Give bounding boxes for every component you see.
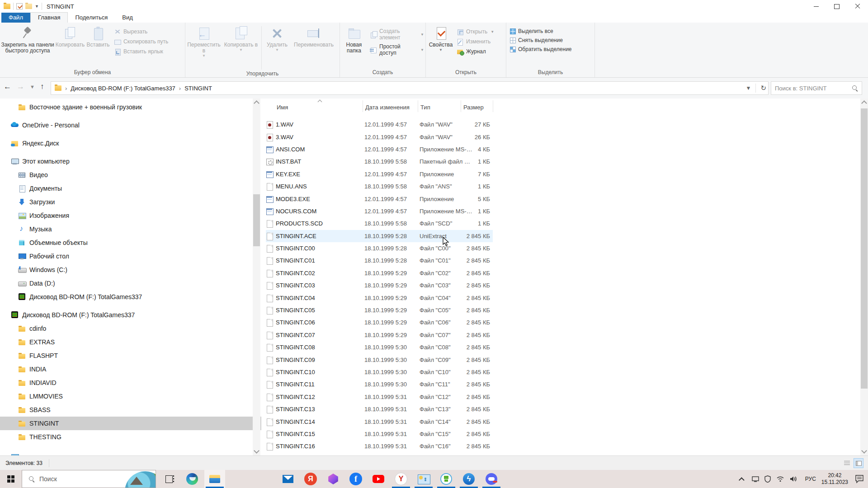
sidebar-item-indiavid[interactable]: INDIAVID (0, 376, 261, 389)
language-indicator[interactable]: РУС (805, 476, 816, 482)
sidebar-item-flashpt[interactable]: FLASHPT (0, 349, 261, 362)
file-row[interactable]: STINGINT.C1218.10.1999 5:31Файл "C12"2 8… (266, 391, 493, 403)
taskbar-search[interactable]: Поиск (22, 470, 156, 488)
invert-selection-button[interactable]: Обратить выделение (510, 46, 592, 52)
taskbar-app-facebook[interactable] (345, 470, 366, 488)
copy-path-button[interactable]: Скопировать путь (114, 38, 184, 45)
sidebar-item-документы[interactable]: Документы (0, 182, 261, 195)
sidebar-item-windows-c-[interactable]: Windows (C:) (0, 263, 261, 277)
paste-button[interactable]: Вставить (85, 24, 111, 48)
column-header-name[interactable]: Имя (276, 104, 364, 111)
new-folder-quick-icon[interactable] (25, 4, 32, 9)
sidebar-item-data-d-[interactable]: Data (D:) (0, 277, 261, 290)
file-row[interactable]: PRODUCTS.SCD18.10.1999 5:58Файл "SCD"1 К… (266, 217, 493, 230)
maximize-button[interactable] (826, 0, 847, 13)
file-row[interactable]: 1.WAV12.01.1999 4:57Файл "WAV"27 КБ (266, 118, 493, 131)
sidebar-item-onedrive-personal[interactable]: OneDrive - Personal (0, 118, 261, 132)
file-row[interactable]: 3.WAV12.01.1999 4:57Файл "WAV"26 КБ (266, 131, 493, 143)
taskbar-app-mail[interactable] (278, 470, 298, 488)
start-button[interactable] (0, 470, 22, 488)
sidebar-item-дисковод-bd-rom-f-totalgames337[interactable]: Дисковод BD-ROM (F:) TotalGames337 (0, 308, 261, 322)
file-row[interactable]: STINGINT.C0718.10.1999 5:29Файл "C07"2 8… (266, 329, 493, 341)
sidebar-item-яндекс-диск[interactable]: Яндекс.Диск (0, 136, 261, 150)
taskbar-app-contacts-card[interactable] (413, 470, 434, 488)
scrollbar-thumb[interactable] (861, 108, 868, 389)
scroll-down-icon[interactable] (861, 448, 867, 454)
recent-locations-caret[interactable]: ▼ (30, 84, 35, 89)
edit-button[interactable]: Изменить (457, 38, 505, 45)
taskbar-app-discord[interactable] (481, 470, 502, 488)
pin-to-quick-access-button[interactable]: Закрепить на панели быстрого доступа (0, 24, 55, 54)
column-header-date[interactable]: Дата изменения (364, 104, 420, 111)
file-row[interactable]: NOCURS.COM12.01.1999 4:57Приложение MS-…… (266, 205, 493, 217)
list-scrollbar[interactable] (860, 99, 868, 455)
taskbar-app-file-explorer[interactable] (204, 470, 225, 488)
file-row[interactable]: KEY.EXE12.01.1999 4:57Приложение7 КБ (266, 168, 493, 180)
forward-button[interactable]: → (17, 82, 24, 91)
file-row[interactable]: ANSI.COM12.01.1999 4:57Приложение MS-…4 … (266, 143, 493, 155)
scroll-down-icon[interactable] (254, 448, 259, 454)
new-item-button[interactable]: Создать элемент▼ (370, 28, 424, 41)
open-button[interactable]: Открыть▼ (457, 28, 505, 35)
large-icons-view-button[interactable] (854, 458, 863, 468)
wifi-icon[interactable] (776, 476, 784, 482)
copy-button[interactable]: Копировать (55, 24, 85, 48)
select-none-button[interactable]: Снять выделение (510, 37, 592, 43)
sidebar-item-partial[interactable] (0, 450, 261, 455)
column-divider[interactable] (418, 100, 418, 112)
sidebar-item-stingint[interactable]: STINGINT (0, 417, 261, 430)
taskbar-app-game-gem[interactable] (323, 470, 344, 488)
file-row[interactable]: STINGINT.C0018.10.1999 5:28Файл "C00"2 8… (266, 242, 493, 254)
search-highlight-image[interactable] (121, 470, 156, 488)
sidebar-item-cdinfo[interactable]: cdinfo (0, 322, 261, 335)
file-row[interactable]: STINGINT.C0618.10.1999 5:29Файл "C06"2 8… (266, 316, 493, 328)
file-row[interactable]: STINGINT.C0818.10.1999 5:30Файл "C08"2 8… (266, 341, 493, 353)
clock[interactable]: 20:42 15.11.2023 (821, 472, 848, 486)
file-row[interactable]: STINGINT.C1418.10.1999 5:31Файл "C14"2 8… (266, 415, 493, 427)
sidebar-item-lmmovies[interactable]: LMMOVIES (0, 389, 261, 403)
file-row[interactable]: STINGINT.C1318.10.1999 5:31Файл "C13"2 8… (266, 403, 493, 415)
file-row[interactable]: MODE3.EXE12.01.1999 4:57Приложение5 КБ (266, 192, 493, 205)
tab-share[interactable]: Поделиться (68, 13, 115, 23)
column-header-size[interactable]: Размер (462, 104, 492, 111)
sidebar-item-восточное-здание-военный-грузовик[interactable]: Восточное здание + военный грузовик (0, 100, 261, 114)
easy-access-button[interactable]: Простой доступ▼ (370, 43, 424, 56)
file-row[interactable]: STINGINT.C0318.10.1999 5:29Файл "C03"2 8… (266, 279, 493, 291)
sidebar-item-thesting[interactable]: THESTING (0, 430, 261, 444)
rename-button[interactable]: Переименовать (291, 24, 337, 48)
taskbar-app-yandex[interactable] (300, 470, 321, 488)
sidebar-item-этот-компьютер[interactable]: Этот компьютер (0, 155, 261, 168)
column-header-type[interactable]: Тип (420, 104, 462, 111)
taskbar-app-zona[interactable] (458, 470, 479, 488)
file-row[interactable]: STINGINT.C1118.10.1999 5:30Файл "C11"2 8… (266, 378, 493, 390)
taskbar-app-edge[interactable] (182, 470, 203, 488)
up-button[interactable]: ↑ (40, 82, 44, 91)
properties-quick-icon[interactable] (16, 3, 23, 9)
back-button[interactable]: ← (4, 82, 11, 91)
sidebar-scrollbar[interactable] (253, 99, 260, 455)
file-row[interactable]: INST.BAT18.10.1999 5:58Пакетный файл …1 … (266, 155, 493, 168)
scrollbar-thumb[interactable] (253, 194, 260, 246)
sidebar-item-изображения[interactable]: Изображения (0, 209, 261, 222)
security-tray-icon[interactable] (764, 475, 771, 483)
select-all-button[interactable]: Выделить все (510, 28, 592, 34)
sidebar-item-sbass[interactable]: SBASS (0, 403, 261, 417)
sidebar-item-видео[interactable]: Видео (0, 168, 261, 182)
column-divider[interactable] (363, 100, 363, 112)
details-view-button[interactable] (842, 458, 852, 468)
tray-overflow-icon[interactable] (739, 477, 745, 483)
customize-quick-access-caret[interactable]: ▼ (35, 4, 39, 9)
file-row[interactable]: STINGINT.C0218.10.1999 5:29Файл "C02"2 8… (266, 267, 493, 279)
file-row[interactable]: STINGINT.C1018.10.1999 5:30Файл "C10"2 8… (266, 366, 493, 378)
sidebar-item-india[interactable]: INDIA (0, 362, 261, 376)
file-row[interactable]: STINGINT.ACE18.10.1999 5:28UniExtract2 8… (266, 230, 493, 242)
file-row[interactable]: STINGINT.C0518.10.1999 5:29Файл "C05"2 8… (266, 304, 493, 316)
address-bar[interactable]: › Дисковод BD-ROM (F:) TotalGames337 › S… (51, 81, 769, 95)
sidebar-item-музыка[interactable]: Музыка (0, 222, 261, 236)
sidebar-item-extras[interactable]: EXTRAS (0, 335, 261, 349)
new-folder-button[interactable]: Новая папка (340, 24, 368, 54)
volume-icon[interactable] (790, 476, 797, 482)
paste-shortcut-button[interactable]: Вставить ярлык (114, 48, 184, 55)
sidebar-item-загрузки[interactable]: Загрузки (0, 195, 261, 209)
cut-button[interactable]: Вырезать (114, 28, 184, 35)
